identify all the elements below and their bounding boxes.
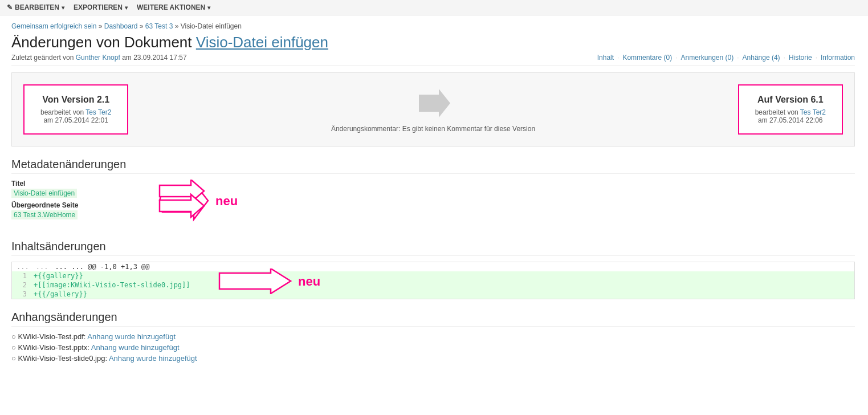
right-arrow-icon bbox=[413, 86, 453, 120]
breadcrumb: Gemeinsam erfolgreich sein » Dashboard »… bbox=[11, 22, 855, 30]
version-from-date: am 27.05.2014 22:01 bbox=[40, 116, 111, 124]
author-link[interactable]: Gunther Knopf bbox=[76, 54, 120, 62]
attachment-link-1[interactable]: Anhang wurde hinzugefügt bbox=[91, 343, 180, 352]
nav-kommentare[interactable]: Kommentare (0) bbox=[622, 54, 672, 62]
caret-down-icon: ▾ bbox=[125, 5, 128, 11]
breadcrumb-item-dashboard[interactable]: Dashboard bbox=[104, 22, 138, 30]
caret-down-icon: ▾ bbox=[207, 5, 210, 11]
version-to-by: bearbeitet von Tes Ter2 bbox=[755, 108, 826, 116]
meta-row: Zuletzt geändert von Gunther Knopf am 23… bbox=[11, 54, 855, 66]
meta-changes-content: Titel Visio-Datei einfügen Übergeordnete… bbox=[11, 180, 855, 223]
page-title-link[interactable]: Visio-Datei einfügen bbox=[196, 34, 328, 51]
caret-down-icon: ▾ bbox=[62, 5, 64, 11]
meta-section-wrapper: Titel Visio-Datei einfügen Übergeordnete… bbox=[11, 180, 855, 223]
nav-anmerkungen[interactable]: Anmerkungen (0) bbox=[680, 54, 733, 62]
diff-context-text: ... ... @@ -1,0 +1,3 @@ bbox=[55, 263, 149, 271]
version-from-user[interactable]: Tes Ter2 bbox=[85, 108, 111, 116]
page-title: Änderungen von Dokument Visio-Datei einf… bbox=[11, 34, 855, 51]
pink-arrow-diff-icon bbox=[202, 268, 294, 294]
diff-line-2: 2 +[[image:KWiki-Visio-Test-slide0.jpg]] bbox=[12, 280, 854, 290]
version-from-by: bearbeitet von Tes Ter2 bbox=[40, 108, 111, 116]
version-from-title: Von Version 2.1 bbox=[40, 95, 111, 105]
diff-wrapper-outer: ... ... ... ... @@ -1,0 +1,3 @@ 1 +{{gal… bbox=[11, 262, 855, 299]
attachment-link-0[interactable]: Anhang wurde hinzugefügt bbox=[87, 332, 176, 341]
attachment-item-2: KWiki-Visio-Test-slide0.jpg: Anhang wurd… bbox=[11, 354, 855, 363]
attachment-list: KWiki-Visio-Test.pdf: Anhang wurde hinzu… bbox=[11, 332, 855, 363]
meta-arrow-annotation: neu bbox=[142, 180, 238, 222]
toolbar: ✎ BEARBEITEN ▾ EXPORTIEREN ▾ WEITERE AKT… bbox=[0, 0, 868, 15]
version-from-box: Von Version 2.1 bearbeitet von Tes Ter2 … bbox=[23, 84, 128, 135]
diff-context-line: ... ... ... ... @@ -1,0 +1,3 @@ bbox=[12, 262, 854, 271]
attachment-changes-title: Anhangsänderungen bbox=[11, 311, 855, 327]
meta-title-label: Titel bbox=[11, 180, 855, 188]
last-modified: Zuletzt geändert von Gunther Knopf am 23… bbox=[11, 54, 187, 62]
version-to-user[interactable]: Tes Ter2 bbox=[800, 108, 826, 116]
content-changes-title: Inhaltsänderungen bbox=[11, 240, 855, 256]
version-to-box: Auf Version 6.1 bearbeitet von Tes Ter2 … bbox=[738, 84, 843, 135]
version-compare: Von Version 2.1 bearbeitet von Tes Ter2 … bbox=[11, 72, 855, 147]
nav-historie[interactable]: Historie bbox=[789, 54, 812, 62]
weitere-aktionen-button[interactable]: WEITERE AKTIONEN ▾ bbox=[137, 3, 210, 11]
breadcrumb-item-current: Visio-Datei einfügen bbox=[181, 22, 242, 30]
attachment-item-1: KWiki-Visio-Test.pptx: Anhang wurde hinz… bbox=[11, 343, 855, 352]
svg-marker-4 bbox=[219, 268, 291, 294]
nav-information[interactable]: Information bbox=[821, 54, 855, 62]
edit-icon: ✎ bbox=[7, 3, 13, 11]
change-comment: Änderungskommentar: Es gibt keinen Komme… bbox=[331, 125, 535, 133]
version-to-date: am 27.05.2014 22:06 bbox=[755, 116, 826, 124]
breadcrumb-item-63test3[interactable]: 63 Test 3 bbox=[145, 22, 173, 30]
neu-label-meta: neu bbox=[215, 194, 238, 209]
meta-parent-label: Übergeordnete Seite bbox=[11, 201, 855, 209]
version-center: Änderungskommentar: Es gibt keinen Komme… bbox=[331, 86, 535, 133]
breadcrumb-item-home[interactable]: Gemeinsam erfolgreich sein bbox=[11, 22, 96, 30]
meta-links: Inhalt · Kommentare (0) · Anmerkungen (0… bbox=[597, 54, 855, 62]
diff-line-1: 1 +{{gallery}} bbox=[12, 271, 854, 280]
diff-line-3: 3 +{{/gallery}} bbox=[12, 290, 854, 299]
version-to-title: Auf Version 6.1 bbox=[755, 95, 826, 105]
nav-inhalt[interactable]: Inhalt bbox=[597, 54, 614, 62]
version-compare-inner: Von Version 2.1 bearbeitet von Tes Ter2 … bbox=[23, 84, 843, 135]
attachment-item-0: KWiki-Visio-Test.pdf: Anhang wurde hinzu… bbox=[11, 332, 855, 341]
neu-label-diff: neu bbox=[298, 274, 320, 289]
meta-parent-value: 63 Test 3.WebHome bbox=[11, 210, 78, 219]
diff-arrow-annotation: neu bbox=[202, 268, 320, 294]
nav-anhaenge[interactable]: Anhänge (4) bbox=[743, 54, 780, 62]
meta-changes-title: Metadatenänderungen bbox=[11, 158, 855, 174]
bearbeiten-button[interactable]: ✎ BEARBEITEN ▾ bbox=[7, 3, 64, 11]
meta-title-value: Visio-Datei einfügen bbox=[11, 189, 77, 198]
pink-arrow-icon bbox=[142, 180, 211, 222]
main-content: Gemeinsam erfolgreich sein » Dashboard »… bbox=[0, 15, 866, 376]
exportieren-button[interactable]: EXPORTIEREN ▾ bbox=[74, 3, 128, 11]
svg-marker-0 bbox=[419, 89, 450, 117]
diff-block: ... ... ... ... @@ -1,0 +1,3 @@ 1 +{{gal… bbox=[11, 262, 855, 299]
attachment-link-2[interactable]: Anhang wurde hinzugefügt bbox=[109, 354, 197, 363]
